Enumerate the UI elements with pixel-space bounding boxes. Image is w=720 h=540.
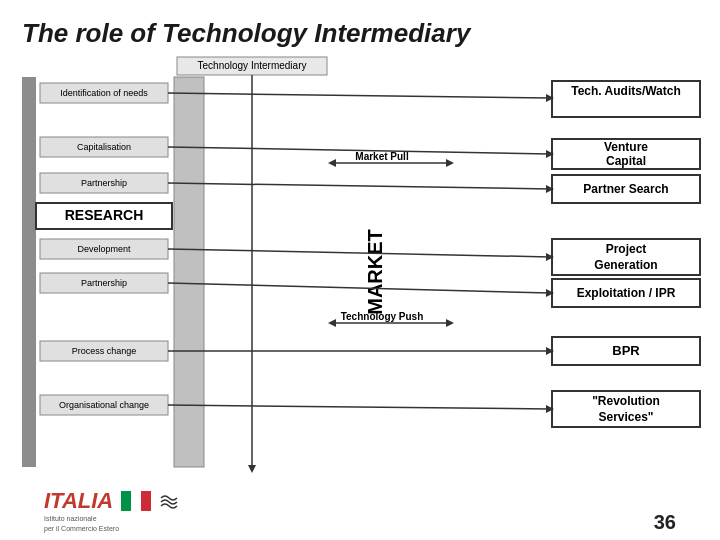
svg-text:Capital: Capital <box>606 154 646 168</box>
logo-sub-text: Istituto nazionale per il Commercio Este… <box>44 514 119 534</box>
ti-label: Technology Intermediary <box>198 60 307 71</box>
box-tech-audits: Tech. Audits/Watch <box>571 84 681 98</box>
box-process-change: Process change <box>72 346 137 356</box>
market-pull-label: Market Pull <box>355 151 409 162</box>
box-bpr: BPR <box>612 343 640 358</box>
svg-text:Generation: Generation <box>594 258 657 272</box>
page-number: 36 <box>654 511 676 534</box>
box-revolution-services: "Revolution <box>592 394 660 408</box>
svg-line-29 <box>168 283 550 293</box>
svg-rect-45 <box>141 491 151 511</box>
box-exploitation-ipr: Exploitation / IPR <box>577 286 676 300</box>
svg-marker-41 <box>328 319 336 327</box>
box-partnership-bottom: Partnership <box>81 278 127 288</box>
box-partner-search: Partner Search <box>583 182 668 196</box>
box-identification: Identification of needs <box>60 88 148 98</box>
svg-rect-1 <box>22 77 36 467</box>
box-project-generation: Project <box>606 242 647 256</box>
diagram-svg: Technology Intermediary Identification o… <box>22 55 702 505</box>
svg-marker-39 <box>328 159 336 167</box>
box-venture-capital: Venture <box>604 140 648 154</box>
technology-push-label: Technology Push <box>341 311 424 322</box>
logo-flag-icon <box>121 491 151 511</box>
svg-rect-10 <box>174 77 204 467</box>
svg-line-27 <box>168 249 550 257</box>
box-research: RESEARCH <box>65 207 144 223</box>
logo-italia: ITALIA <box>44 488 113 514</box>
svg-marker-42 <box>446 319 454 327</box>
market-text: MARKET <box>364 229 386 315</box>
svg-marker-38 <box>446 159 454 167</box>
svg-line-33 <box>168 405 550 409</box>
box-partnership-top: Partnership <box>81 178 127 188</box>
box-capitalisation: Capitalisation <box>77 142 131 152</box>
svg-marker-36 <box>248 465 256 473</box>
box-organisational-change: Organisational change <box>59 400 149 410</box>
svg-rect-44 <box>131 491 141 511</box>
page-title: The role of Technology Intermediary <box>22 18 698 49</box>
svg-rect-43 <box>121 491 131 511</box>
box-development: Development <box>77 244 131 254</box>
logo-wave-icon <box>159 492 181 510</box>
svg-line-25 <box>168 183 550 189</box>
logo-area: ITALIA Istituto nazionale per il Commerc… <box>44 488 181 534</box>
svg-line-21 <box>168 93 550 98</box>
page: The role of Technology Intermediary Tech… <box>0 0 720 540</box>
svg-text:Services": Services" <box>598 410 653 424</box>
footer: ITALIA Istituto nazionale per il Commerc… <box>22 488 698 534</box>
